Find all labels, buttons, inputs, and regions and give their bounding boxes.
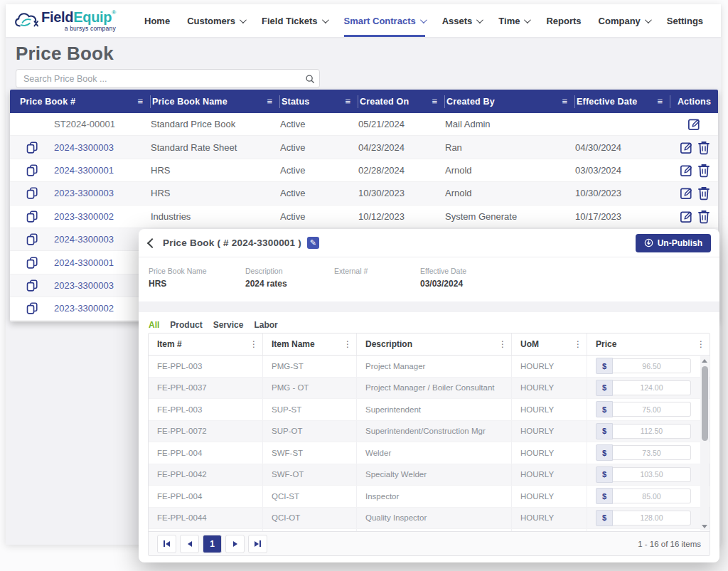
- price-book-row[interactable]: 2023-3300003HRSActive10/30/2023Arnold10/…: [10, 182, 718, 205]
- items-column-header-price: Price⋮: [587, 333, 710, 355]
- price-input[interactable]: 96.50: [613, 358, 691, 373]
- chevron-down-icon: [240, 16, 247, 23]
- item-price-cell: $103.50: [587, 464, 710, 486]
- copy-icon[interactable]: [10, 141, 54, 154]
- scrollbar-thumb[interactable]: [702, 366, 708, 441]
- brand-name-field: Field: [41, 9, 73, 25]
- first-page-button[interactable]: [157, 535, 176, 553]
- effective-date-value: 04/30/2024: [575, 142, 670, 153]
- item-row[interactable]: FE-PPL-0044QCI-OTQuality InspectorHOURLY…: [149, 508, 710, 530]
- nav-item-home[interactable]: Home: [144, 4, 170, 37]
- search-icon[interactable]: [301, 74, 319, 84]
- current-page-button[interactable]: 1: [203, 535, 222, 553]
- scroll-down-icon[interactable]: [700, 522, 709, 530]
- price-book-number-link[interactable]: 2024-3300001: [54, 257, 151, 268]
- column-menu-icon[interactable]: ≡: [562, 97, 567, 106]
- price-book-number-link[interactable]: 2024-3300003: [54, 234, 151, 245]
- column-menu-icon[interactable]: ≡: [345, 97, 350, 106]
- chevron-down-icon: [524, 16, 531, 23]
- nav-item-field-tickets[interactable]: Field Tickets: [262, 4, 327, 37]
- price-book-number-link[interactable]: 2023-3300003: [54, 280, 151, 291]
- fieldequip-logo[interactable]: FieldEquip® a bursys company: [6, 10, 132, 32]
- edit-icon[interactable]: [679, 209, 694, 224]
- item-uom: HOURLY: [511, 442, 587, 464]
- edit-icon[interactable]: [679, 163, 694, 178]
- nav-item-smart-contracts[interactable]: Smart Contracts: [344, 4, 425, 37]
- brand-name-equip: Equip: [73, 9, 112, 25]
- price-book-number-link[interactable]: 2023-3300002: [54, 211, 151, 222]
- column-menu-icon[interactable]: ≡: [267, 97, 272, 106]
- column-menu-icon[interactable]: ≡: [137, 97, 143, 106]
- nav-item-settings[interactable]: Settings: [667, 4, 703, 37]
- edit-icon[interactable]: [687, 117, 702, 132]
- detail-field-price-book-name: Price Book NameHRS: [149, 267, 245, 289]
- column-kebab-icon[interactable]: ⋮: [697, 339, 705, 349]
- price-book-number-link[interactable]: 2023-3300002: [54, 303, 151, 314]
- price-book-row[interactable]: 2024-3300003Standard Rate SheetActive04/…: [10, 136, 718, 159]
- nav-item-customers[interactable]: Customers: [187, 4, 245, 37]
- unpublish-button[interactable]: Un-Publish: [636, 234, 711, 252]
- detail-field-effective-date: Effective Date03/03/2024: [420, 267, 710, 289]
- column-kebab-icon[interactable]: ⋮: [343, 339, 352, 349]
- scroll-up-icon[interactable]: [700, 356, 709, 365]
- copy-icon[interactable]: [10, 233, 54, 246]
- next-page-button[interactable]: [225, 535, 245, 553]
- copy-icon[interactable]: [10, 279, 54, 292]
- column-menu-icon[interactable]: ≡: [432, 97, 437, 106]
- effective-date-value: 10/17/2023: [575, 211, 670, 222]
- edit-price-book-icon[interactable]: ✎: [307, 237, 319, 249]
- item-description: Inspector: [356, 486, 511, 507]
- item-row[interactable]: FE-PPL-004QCI-STInspectorHOURLY$85.00: [149, 486, 710, 508]
- copy-icon[interactable]: [10, 186, 54, 200]
- price-input[interactable]: 85.00: [613, 489, 691, 503]
- price-input[interactable]: 124.00: [613, 380, 691, 395]
- nav-item-company[interactable]: Company: [599, 4, 650, 37]
- item-row[interactable]: FE-PPL-0072SUP-OTSuperintendent/Construc…: [149, 421, 710, 443]
- column-header-label: Created By: [446, 97, 495, 107]
- column-header-status: Status≡: [280, 95, 358, 108]
- price-book-number-link[interactable]: 2024-3300001: [54, 165, 151, 176]
- detail-title: Price Book ( # 2024-3300001 ): [163, 238, 301, 248]
- items-table-header: Item #⋮Item Name⋮Description⋮UoM⋮Price⋮: [149, 333, 710, 356]
- items-column-label: Description: [365, 339, 412, 349]
- nav-item-assets[interactable]: Assets: [442, 4, 482, 37]
- edit-icon[interactable]: [679, 140, 694, 155]
- price-input[interactable]: 75.00: [613, 402, 691, 417]
- price-input[interactable]: 112.50: [613, 424, 691, 439]
- delete-icon[interactable]: [697, 209, 710, 224]
- item-row[interactable]: FE-PPL-0042SWF-OTSpecialty WelderHOURLY$…: [149, 464, 710, 486]
- price-book-row[interactable]: 2024-3300001HRSActive02/28/2024Arnold03/…: [10, 159, 718, 182]
- column-kebab-icon[interactable]: ⋮: [250, 339, 258, 349]
- item-row[interactable]: FE-PPL-004SWF-STWelderHOURLY$73.50: [149, 442, 710, 464]
- copy-icon[interactable]: [10, 301, 54, 315]
- price-book-name: Industries: [151, 211, 280, 222]
- price-input[interactable]: 103.50: [613, 467, 691, 482]
- delete-icon[interactable]: [697, 140, 710, 155]
- price-input[interactable]: 73.50: [613, 445, 691, 460]
- previous-page-button[interactable]: [180, 535, 199, 553]
- item-row[interactable]: FE-PPL-003SUP-STSuperintendentHOURLY$75.…: [149, 399, 710, 421]
- item-row[interactable]: FE-PPL-0037PMG - OTProject Manager / Boi…: [149, 378, 710, 400]
- nav-item-time[interactable]: Time: [498, 4, 529, 37]
- copy-icon[interactable]: [10, 256, 54, 270]
- price-book-row[interactable]: 2023-3300002IndustriesActive10/12/2023Sy…: [10, 206, 718, 228]
- price-input[interactable]: 128.00: [613, 511, 691, 525]
- price-book-number-link[interactable]: 2024-3300003: [54, 142, 151, 153]
- price-book-number-link[interactable]: 2023-3300003: [54, 188, 151, 198]
- delete-icon[interactable]: [697, 186, 710, 201]
- vertical-scrollbar[interactable]: [700, 356, 709, 530]
- search-input[interactable]: [16, 74, 301, 84]
- delete-icon[interactable]: [697, 163, 710, 178]
- edit-icon[interactable]: [679, 186, 694, 201]
- column-kebab-icon[interactable]: ⋮: [498, 339, 507, 349]
- price-book-row[interactable]: ST2024-00001Standard Price BookActive05/…: [10, 113, 718, 136]
- currency-label: $: [596, 466, 613, 483]
- copy-icon[interactable]: [10, 164, 54, 177]
- column-kebab-icon[interactable]: ⋮: [574, 339, 582, 349]
- nav-item-reports[interactable]: Reports: [546, 4, 581, 37]
- back-icon[interactable]: [147, 238, 157, 247]
- column-menu-icon[interactable]: ≡: [657, 97, 663, 106]
- item-row[interactable]: FE-PPL-003PMG-STProject ManagerHOURLY$96…: [149, 356, 710, 378]
- last-page-button[interactable]: [248, 535, 267, 553]
- copy-icon[interactable]: [10, 210, 54, 223]
